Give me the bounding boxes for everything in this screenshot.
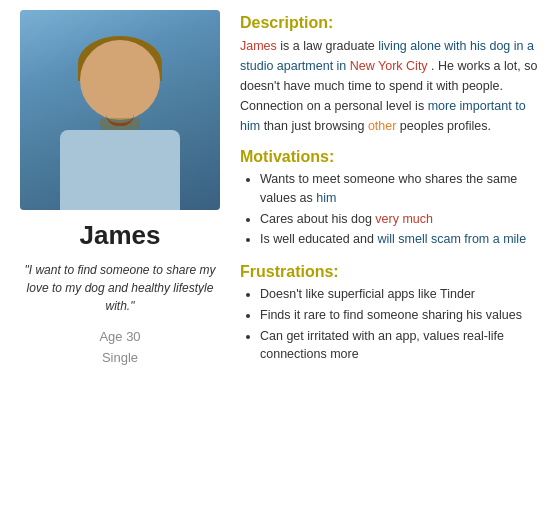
list-item: Is well educated and will smell scam fro…: [260, 230, 541, 249]
frus-item-2: Finds it rare to find someone sharing hi…: [260, 308, 522, 322]
desc-than: than just browsing: [264, 119, 368, 133]
list-item: Can get irritated with an app, values re…: [260, 327, 541, 365]
mot-item-2a: Cares about his dog: [260, 212, 375, 226]
frustrations-list: Doesn't like superficial apps like Tinde…: [240, 285, 541, 364]
motivations-title: Motivations:: [240, 148, 541, 166]
photo-head: [80, 40, 160, 120]
profile-age: Age 30: [99, 329, 140, 344]
right-panel: Description: James is a law graduate liv…: [240, 10, 541, 366]
mot-item-1a: Wants to meet someone who shares the sam…: [260, 172, 517, 205]
frus-item-3: Can get irritated with an app, values re…: [260, 329, 504, 362]
list-item: Cares about his dog very much: [260, 210, 541, 229]
frus-item-1: Doesn't like superficial apps like Tinde…: [260, 287, 475, 301]
motivations-section: Motivations: Wants to meet someone who s…: [240, 148, 541, 251]
mot-item-3b: will smell scam from a mile: [377, 232, 526, 246]
profile-quote: "I want to find someone to share my love…: [10, 261, 230, 315]
motivations-list: Wants to meet someone who shares the sam…: [240, 170, 541, 249]
desc-other: other: [368, 119, 397, 133]
profile-status: Single: [102, 350, 138, 365]
left-panel: James "I want to find someone to share m…: [10, 10, 230, 366]
frustrations-section: Frustrations: Doesn't like superficial a…: [240, 263, 541, 366]
profile-photo: [20, 10, 220, 210]
list-item: Wants to meet someone who shares the sam…: [260, 170, 541, 208]
mot-item-2b: very much: [375, 212, 433, 226]
main-container: James "I want to find someone to share m…: [0, 0, 551, 376]
desc-peoples: peoples profiles.: [400, 119, 491, 133]
desc-intro: is a law graduate: [280, 39, 378, 53]
mot-item-1b: him: [316, 191, 336, 205]
mot-item-3a: Is well educated and: [260, 232, 377, 246]
list-item: Doesn't like superficial apps like Tinde…: [260, 285, 541, 304]
photo-background: [20, 10, 220, 210]
frustrations-title: Frustrations:: [240, 263, 541, 281]
photo-face: [95, 102, 145, 132]
description-section: Description: James is a law graduate liv…: [240, 14, 541, 136]
desc-name: James: [240, 39, 277, 53]
list-item: Finds it rare to find someone sharing hi…: [260, 306, 541, 325]
photo-body: [60, 130, 180, 210]
profile-name: James: [80, 220, 161, 251]
description-title: Description:: [240, 14, 541, 32]
desc-city: New York City: [350, 59, 428, 73]
description-body: James is a law graduate living alone wit…: [240, 36, 541, 136]
